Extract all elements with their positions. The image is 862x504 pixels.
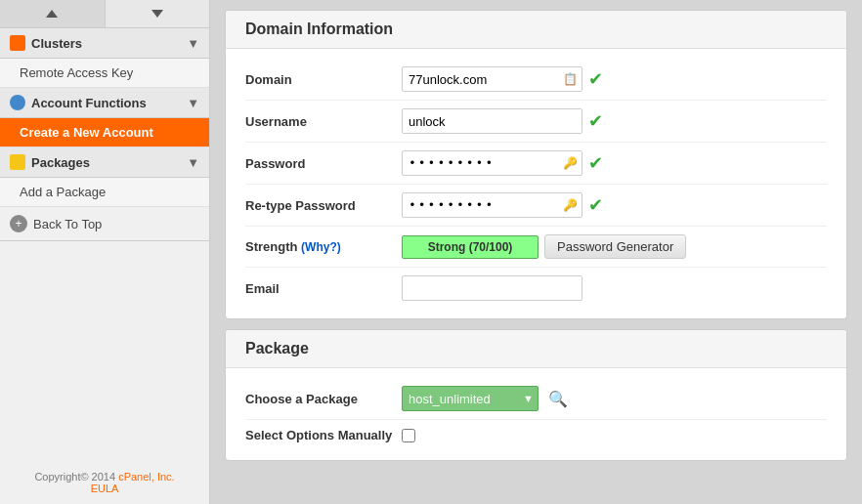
why-link[interactable]: (Why?)	[301, 240, 341, 254]
sidebar: Clusters ▼ Remote Access Key Account Fun…	[0, 0, 210, 504]
domain-input[interactable]	[402, 66, 582, 92]
retype-password-field: 🔑 ✔	[402, 192, 603, 218]
choose-package-label: Choose a Package	[245, 392, 402, 406]
clusters-arrow-icon: ▼	[187, 36, 199, 51]
password-row: Password 🔑 ✔	[245, 143, 827, 185]
choose-package-field: host_unlimited default custom ▼ 🔍	[402, 386, 568, 411]
main-content: Domain Information Domain 📋 ✔ Username	[210, 0, 862, 504]
domain-field: 📋 ✔	[402, 66, 603, 92]
account-functions-arrow-icon: ▼	[187, 96, 199, 110]
password-input-wrapper: 🔑	[402, 150, 582, 176]
password-show-icon[interactable]: 🔑	[563, 156, 578, 170]
sidebar-item-packages[interactable]: Packages ▼	[0, 147, 209, 178]
strength-bar: Strong (70/100)	[402, 235, 539, 259]
retype-password-input-wrapper: 🔑	[402, 192, 582, 218]
clusters-icon	[10, 35, 25, 51]
email-field-wrapper	[402, 275, 582, 301]
sidebar-item-back-to-top[interactable]: + Back To Top	[0, 207, 209, 241]
domain-panel-title: Domain Information	[226, 11, 846, 49]
domain-panel-body: Domain 📋 ✔ Username ✔ Pas	[226, 49, 846, 318]
svg-marker-0	[46, 10, 58, 18]
back-to-top-icon: +	[10, 215, 27, 232]
retype-password-check-icon: ✔	[588, 194, 603, 216]
domain-input-icon: 📋	[563, 72, 578, 86]
strength-label: Strength (Why?)	[245, 239, 402, 254]
username-input[interactable]	[402, 108, 582, 134]
package-panel: Package Choose a Package host_unlimited …	[225, 329, 847, 461]
sidebar-footer: Copyright© 2014 cPanel, Inc. EULA	[0, 461, 209, 504]
strength-row: Strength (Why?) Strong (70/100) Password…	[245, 227, 827, 268]
clusters-label: Clusters	[31, 36, 82, 51]
retype-password-row: Re-type Password 🔑 ✔	[245, 185, 827, 227]
domain-input-wrapper: 📋	[402, 66, 582, 92]
nav-up-button[interactable]	[0, 0, 106, 27]
eula-link[interactable]: EULA	[91, 483, 119, 494]
nav-down-button[interactable]	[106, 0, 210, 27]
accounts-icon	[10, 95, 25, 110]
sidebar-item-remote-access[interactable]: Remote Access Key	[0, 59, 209, 88]
username-check-icon: ✔	[588, 110, 603, 132]
chevron-down-icon	[150, 6, 165, 21]
password-input[interactable]	[402, 150, 582, 176]
footer-copyright: Copyright© 2014	[34, 471, 118, 483]
password-field: 🔑 ✔	[402, 150, 603, 176]
strength-text: Strength	[245, 239, 297, 254]
package-panel-body: Choose a Package host_unlimited default …	[226, 368, 846, 460]
domain-row: Domain 📋 ✔	[245, 59, 827, 101]
username-label: Username	[245, 114, 402, 129]
svg-marker-1	[151, 10, 163, 18]
back-to-top-label: Back To Top	[33, 217, 102, 231]
email-input[interactable]	[402, 275, 582, 301]
package-select-wrapper: host_unlimited default custom ▼	[402, 386, 539, 411]
retype-password-show-icon[interactable]: 🔑	[563, 198, 578, 212]
domain-information-panel: Domain Information Domain 📋 ✔ Username	[225, 10, 847, 319]
email-label: Email	[245, 281, 402, 296]
select-manually-field	[402, 429, 415, 442]
strength-field: Strong (70/100) Password Generator	[402, 234, 686, 259]
domain-label: Domain	[245, 72, 402, 87]
domain-check-icon: ✔	[588, 68, 603, 90]
select-manually-row: Select Options Manually	[245, 420, 827, 450]
remote-access-label: Remote Access Key	[20, 65, 133, 80]
username-field: ✔	[402, 108, 603, 134]
password-check-icon: ✔	[588, 152, 603, 174]
retype-password-label: Re-type Password	[245, 198, 402, 213]
account-functions-label: Account Functions	[31, 96, 147, 110]
add-package-label: Add a Package	[20, 185, 106, 199]
create-new-account-label: Create a New Account	[20, 125, 153, 140]
packages-icon	[10, 154, 25, 170]
select-manually-checkbox[interactable]	[402, 429, 415, 442]
username-row: Username ✔	[245, 101, 827, 143]
chevron-up-icon	[44, 6, 60, 21]
choose-package-row: Choose a Package host_unlimited default …	[245, 378, 827, 420]
packages-label: Packages	[31, 155, 90, 170]
select-manually-label: Select Options Manually	[245, 428, 402, 442]
magnifier-icon[interactable]: 🔍	[548, 390, 568, 408]
sidebar-nav-arrows	[0, 0, 209, 28]
retype-password-input[interactable]	[402, 192, 582, 218]
sidebar-item-account-functions[interactable]: Account Functions ▼	[0, 88, 209, 118]
cpanel-link[interactable]: cPanel, Inc.	[118, 471, 174, 483]
email-row: Email	[245, 268, 827, 309]
password-label: Password	[245, 156, 402, 171]
packages-arrow-icon: ▼	[187, 155, 199, 170]
package-panel-title: Package	[226, 330, 846, 368]
package-select[interactable]: host_unlimited default custom	[402, 386, 539, 411]
sidebar-item-clusters[interactable]: Clusters ▼	[0, 28, 209, 59]
sidebar-item-create-new-account[interactable]: Create a New Account	[0, 118, 209, 147]
password-generator-button[interactable]: Password Generator	[544, 234, 686, 259]
sidebar-item-add-package[interactable]: Add a Package	[0, 178, 209, 207]
